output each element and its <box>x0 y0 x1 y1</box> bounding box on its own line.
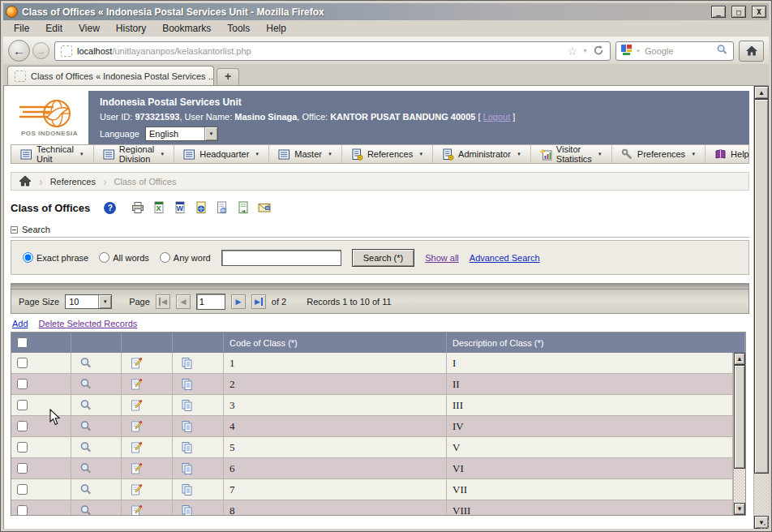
view-icon[interactable] <box>79 483 92 496</box>
nav-references[interactable]: References▼ <box>342 145 433 163</box>
radio-input-all-words[interactable] <box>99 252 109 263</box>
edit-icon[interactable] <box>130 378 143 391</box>
language-select[interactable]: English ▼ <box>145 127 218 141</box>
breadcrumb-home-icon[interactable] <box>19 175 32 188</box>
address-bar[interactable]: localhost/unitlayananpos/kelaskantorlist… <box>54 41 611 61</box>
resize-grip[interactable] <box>759 519 770 530</box>
menu-tools[interactable]: Tools <box>220 21 257 36</box>
back-button[interactable]: ← <box>8 40 30 62</box>
column-header-description[interactable]: Description of Class (*) <box>447 332 745 353</box>
radio-any-word[interactable]: Any word <box>160 252 211 263</box>
previous-page-button[interactable]: ◀ <box>176 294 191 309</box>
radio-exact-phrase[interactable]: Exact phrase <box>23 252 88 263</box>
search-magnifier-icon[interactable] <box>716 44 728 58</box>
radio-input-any-word[interactable] <box>160 252 170 263</box>
browser-scrollbar[interactable]: ▲ ▼ <box>753 86 769 529</box>
row-checkbox[interactable] <box>17 358 28 368</box>
nav-help[interactable]: Help▼ <box>706 145 753 163</box>
edit-icon[interactable] <box>130 357 143 370</box>
maximize-button[interactable]: □ <box>731 6 746 18</box>
edit-icon[interactable] <box>130 399 143 412</box>
select-all-checkbox[interactable] <box>17 337 28 348</box>
menu-edit[interactable]: Edit <box>38 21 70 36</box>
mail-icon[interactable] <box>258 201 271 214</box>
nav-headquarter[interactable]: Headquarter▼ <box>174 145 269 163</box>
collapse-icon[interactable] <box>11 226 18 234</box>
search-button[interactable]: Search (*) <box>352 249 415 267</box>
row-checkbox[interactable] <box>17 484 28 495</box>
edit-icon[interactable] <box>130 462 143 475</box>
view-icon[interactable] <box>79 357 92 370</box>
advanced-search-link[interactable]: Advanced Search <box>470 253 540 263</box>
tab-class-of-offices[interactable]: Class of Offices « Indonesia Postal Serv… <box>7 66 214 85</box>
export-email-icon[interactable]: @ <box>216 201 229 214</box>
breadcrumb-item-references[interactable]: References <box>50 177 96 187</box>
view-icon[interactable] <box>79 504 92 516</box>
edit-icon[interactable] <box>130 420 143 433</box>
delete-selected-link[interactable]: Delete Selected Records <box>39 319 138 328</box>
row-checkbox[interactable] <box>17 379 28 389</box>
web-search-box[interactable]: ▼ Google <box>615 41 734 61</box>
minimize-button[interactable]: _ <box>711 6 726 18</box>
view-icon[interactable] <box>79 420 92 433</box>
view-icon[interactable] <box>79 399 92 412</box>
column-header-code[interactable]: Code of Class (*) <box>224 332 447 353</box>
view-icon[interactable] <box>79 378 92 391</box>
radio-input-exact-phrase[interactable] <box>23 252 33 263</box>
page-size-select[interactable]: 10 ▼ <box>65 294 112 309</box>
chevron-down-icon[interactable]: ▼ <box>636 49 641 54</box>
nav-visitor-statistics[interactable]: Visitor Statistics▼ <box>531 145 612 163</box>
export-excel-icon[interactable]: X <box>152 201 165 214</box>
grid-scrollbar[interactable]: ▲ ▼ <box>733 353 745 515</box>
last-page-button[interactable]: ▶ <box>251 294 266 309</box>
nav-technical-unit[interactable]: Technical Unit▼ <box>11 145 94 163</box>
close-button[interactable]: X <box>752 6 766 18</box>
logout-link[interactable]: Logout <box>483 112 511 122</box>
menu-file[interactable]: File <box>6 21 36 36</box>
view-icon[interactable] <box>79 462 92 475</box>
search-input[interactable] <box>221 250 341 266</box>
edit-icon[interactable] <box>130 483 143 496</box>
export-html-icon[interactable] <box>195 201 208 214</box>
copy-icon[interactable] <box>181 462 194 475</box>
scrollbar-thumb[interactable] <box>754 99 769 474</box>
forward-button[interactable]: → <box>32 42 49 59</box>
help-icon[interactable]: ? <box>104 202 116 214</box>
home-button[interactable] <box>739 41 764 62</box>
chevron-down-icon[interactable]: ▼ <box>582 48 588 54</box>
first-page-button[interactable]: ◀ <box>156 294 170 309</box>
copy-icon[interactable] <box>181 441 194 454</box>
google-engine-icon[interactable] <box>621 45 632 57</box>
copy-icon[interactable] <box>181 399 194 412</box>
edit-icon[interactable] <box>130 504 143 516</box>
export-word-icon[interactable]: W <box>174 201 187 214</box>
new-tab-button[interactable]: + <box>217 68 239 85</box>
scroll-down-icon[interactable]: ▼ <box>734 503 745 515</box>
show-all-link[interactable]: Show all <box>425 253 459 263</box>
scroll-up-icon[interactable]: ▲ <box>734 353 745 365</box>
row-checkbox[interactable] <box>17 400 28 410</box>
row-checkbox[interactable] <box>17 505 28 515</box>
next-page-button[interactable]: ▶ <box>231 294 246 309</box>
copy-icon[interactable] <box>181 378 194 391</box>
copy-icon[interactable] <box>181 420 194 433</box>
edit-icon[interactable] <box>130 441 143 454</box>
add-link[interactable]: Add <box>12 319 28 328</box>
menu-history[interactable]: History <box>109 21 153 36</box>
radio-all-words[interactable]: All words <box>99 252 149 263</box>
nav-preferences[interactable]: Preferences▼ <box>612 145 706 163</box>
copy-icon[interactable] <box>181 483 194 496</box>
menu-help[interactable]: Help <box>259 21 294 36</box>
row-checkbox[interactable] <box>17 463 28 474</box>
copy-icon[interactable] <box>181 504 194 516</box>
nav-administrator[interactable]: Administrator▼ <box>433 145 531 163</box>
reload-icon[interactable] <box>593 45 604 58</box>
scroll-up-icon[interactable]: ▲ <box>754 86 769 99</box>
page-number-input[interactable] <box>196 294 225 310</box>
menu-bookmarks[interactable]: Bookmarks <box>155 21 218 36</box>
nav-master[interactable]: Master▼ <box>269 145 342 163</box>
printer-icon[interactable] <box>131 201 144 214</box>
bookmark-star-icon[interactable]: ☆ <box>568 45 578 57</box>
view-icon[interactable] <box>79 441 92 454</box>
export-csv-icon[interactable] <box>237 201 250 214</box>
